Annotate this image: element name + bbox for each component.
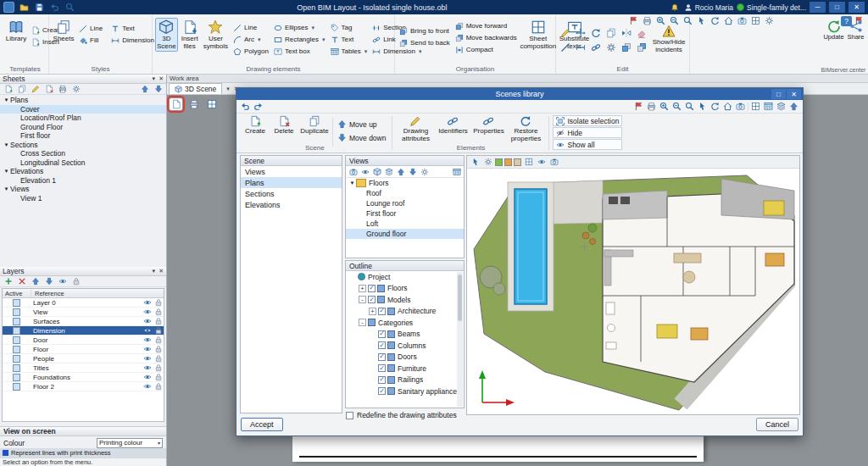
draw-text-button[interactable]: Text	[329, 34, 370, 45]
search-icon[interactable]	[64, 2, 75, 13]
user-account[interactable]: Rocio Maria	[684, 3, 733, 12]
outline-tree-item[interactable]: ✓ Sanitary appliances	[346, 386, 457, 397]
layer-visibility-icon[interactable]	[142, 308, 153, 316]
layer-active-checkbox[interactable]	[13, 299, 20, 307]
tab-3d-scene[interactable]: 3D Scene	[169, 83, 222, 94]
camera-icon[interactable]	[736, 15, 748, 27]
outline-checkbox[interactable]: ✓	[368, 285, 376, 292]
dialog-titlebar[interactable]: Scenes library □ ✕	[236, 88, 803, 100]
layer-lock-icon[interactable]	[153, 373, 164, 381]
redo-icon[interactable]	[252, 101, 264, 113]
layer-visibility-icon[interactable]	[142, 317, 153, 325]
isolate-selection-button[interactable]: Isolate selection	[553, 115, 622, 126]
layer-active-checkbox[interactable]	[13, 308, 20, 316]
edit-copy-icon[interactable]	[604, 27, 617, 39]
move-backwards-button[interactable]: Move backwards	[453, 32, 519, 43]
delete-layer-icon[interactable]	[15, 275, 28, 287]
move-up-button[interactable]: Move up	[336, 118, 387, 130]
layer-active-checkbox[interactable]	[13, 374, 20, 381]
scene-grid-button[interactable]	[205, 98, 218, 110]
text-style-button[interactable]: Text	[109, 23, 156, 34]
dialog-close-button[interactable]: ✕	[787, 89, 801, 99]
colour-select[interactable]: Printing colour ▾	[97, 438, 163, 448]
draw-tables-button[interactable]: Tables	[329, 46, 370, 57]
zoom-out-icon[interactable]	[670, 101, 683, 113]
drawing-attributes-button[interactable]: Drawing attributes	[397, 115, 434, 144]
help-icon[interactable]: ?	[841, 16, 852, 26]
scene-list-item[interactable]: Elevations	[241, 199, 342, 210]
layer-row[interactable]: Floor	[3, 345, 164, 354]
restore-properties-button[interactable]: Restore properties	[507, 115, 544, 144]
settings-icon[interactable]	[482, 156, 493, 168]
dialog-maximize-button[interactable]: □	[771, 89, 786, 99]
save-icon[interactable]	[33, 2, 45, 13]
flag-icon[interactable]	[627, 15, 640, 27]
orbit-icon[interactable]	[709, 15, 721, 27]
outline-tree-item[interactable]: ✓ Railings	[346, 374, 457, 386]
sheet-tree-item[interactable]: ▼ Elevations	[0, 167, 166, 176]
arrow-down-icon[interactable]	[407, 166, 418, 178]
sheet-tree-item[interactable]: ▼ Plans	[0, 96, 166, 105]
move-sheet-up-icon[interactable]	[138, 83, 151, 95]
sheet-settings-icon[interactable]	[70, 83, 82, 95]
redefine-checkbox[interactable]	[346, 412, 353, 419]
outline-checkbox[interactable]: ✓	[368, 296, 376, 303]
viewport-canvas[interactable]	[467, 169, 799, 414]
zoom-out-icon[interactable]	[668, 15, 681, 27]
compact-button[interactable]: Compact	[453, 44, 519, 55]
edit-sheet-icon[interactable]	[29, 83, 42, 95]
tree-expander-icon[interactable]: -	[359, 319, 366, 326]
layer-visibility-icon[interactable]	[142, 373, 153, 381]
layer-row[interactable]: Dimension	[3, 326, 164, 336]
layer-lock-icon[interactable]	[153, 298, 164, 307]
export-icon[interactable]	[787, 101, 800, 113]
pointer-icon[interactable]	[695, 15, 708, 27]
layer-active-checkbox[interactable]	[13, 318, 20, 325]
move-forward-button[interactable]: Move forward	[453, 20, 519, 31]
home-view-icon[interactable]	[721, 101, 734, 113]
outline-tree-item[interactable]: + ✓ Floors	[346, 283, 457, 295]
undo-icon[interactable]	[239, 101, 252, 113]
green-colour-swatch[interactable]	[495, 158, 503, 166]
views-tree-item[interactable]: ▼ Floors	[346, 178, 464, 188]
outline-tree-item[interactable]: - ✓ Categories	[346, 317, 457, 329]
draw-polygon-button[interactable]: Polygon	[231, 46, 270, 57]
tree-expander-icon[interactable]: ▼	[3, 169, 10, 174]
views-tree-item[interactable]: Loft	[346, 219, 464, 229]
identifiers-button[interactable]: Identifiers	[436, 115, 470, 144]
edit-scene-button[interactable]	[170, 98, 182, 110]
edit-front-icon[interactable]	[620, 42, 632, 53]
zoom-window-icon[interactable]	[683, 101, 696, 113]
layer-lock-icon[interactable]	[70, 275, 82, 287]
move-down-button[interactable]: Move down	[336, 131, 387, 144]
layer-lock-icon[interactable]	[153, 345, 164, 353]
flag-icon[interactable]	[632, 101, 645, 113]
outline-tree-item[interactable]: ✓ Project	[346, 271, 457, 283]
pin-flag-icon[interactable]	[853, 15, 865, 27]
settings-icon[interactable]	[419, 166, 430, 178]
layer-row[interactable]: View	[3, 308, 164, 317]
draw-tag-button[interactable]: Tag	[329, 22, 370, 33]
outline-tree-item[interactable]: + ✓ Architecture	[346, 306, 457, 318]
tan-colour-swatch[interactable]	[514, 158, 521, 166]
line-style-button[interactable]: Line	[77, 23, 104, 34]
pointer-icon[interactable]	[696, 101, 709, 113]
draw-ellipses-button[interactable]: Ellipses	[272, 22, 327, 33]
layer-visibility-icon[interactable]	[142, 336, 153, 344]
eye-icon[interactable]	[359, 166, 370, 178]
layer-row[interactable]: Door	[3, 336, 164, 345]
3d-scene-button[interactable]: 3D Scene	[155, 18, 178, 52]
sheet-tree-item[interactable]: Ground Floor	[0, 123, 166, 132]
close-panel-icon[interactable]: ✕	[159, 75, 164, 82]
layers-icon[interactable]	[775, 101, 787, 113]
table-icon[interactable]	[762, 101, 775, 113]
draw-arc-button[interactable]: Arc	[231, 34, 270, 45]
library-button[interactable]: Library	[4, 18, 28, 45]
maximize-button[interactable]: □	[829, 2, 845, 13]
layer-active-checkbox[interactable]	[13, 383, 20, 391]
scene-list-item[interactable]: Views	[241, 166, 342, 177]
zoom-in-icon[interactable]	[658, 101, 670, 113]
outline-checkbox[interactable]: ✓	[378, 353, 386, 361]
user-symbols-button[interactable]: User symbols	[202, 18, 230, 52]
layer-active-checkbox[interactable]	[13, 346, 20, 353]
